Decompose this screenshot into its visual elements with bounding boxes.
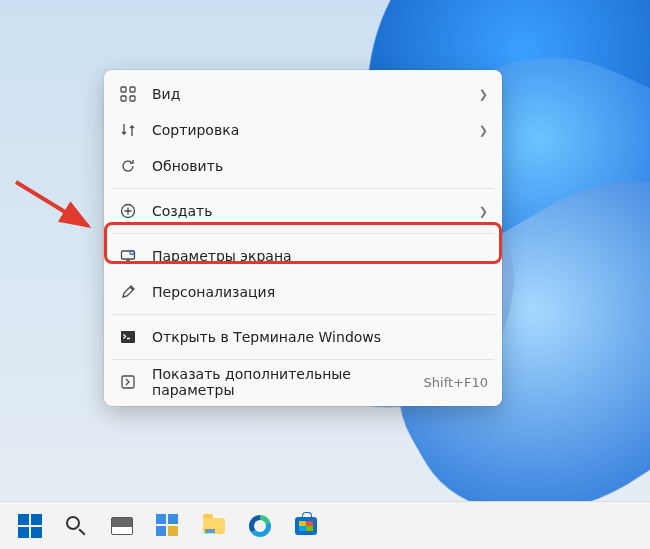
svg-rect-8 — [121, 331, 135, 343]
chevron-right-icon: ❯ — [471, 88, 488, 101]
store-icon — [295, 517, 317, 535]
file-explorer-icon — [203, 518, 225, 534]
menu-label: Открыть в Терминале Windows — [152, 329, 488, 345]
windows-logo-icon — [18, 514, 42, 538]
menu-separator — [112, 359, 494, 360]
menu-label: Создать — [152, 203, 471, 219]
file-explorer-button[interactable] — [194, 506, 234, 546]
start-button[interactable] — [10, 506, 50, 546]
microsoft-store-button[interactable] — [286, 506, 326, 546]
menu-label: Показать дополнительные параметры — [152, 366, 416, 398]
annotation-arrow — [10, 174, 98, 238]
menu-item-refresh[interactable]: Обновить — [104, 148, 502, 184]
svg-line-0 — [16, 182, 88, 226]
more-options-icon — [118, 372, 138, 392]
search-button[interactable] — [56, 506, 96, 546]
menu-item-new[interactable]: Создать ❯ — [104, 193, 502, 229]
task-view-icon — [111, 517, 133, 535]
chevron-right-icon: ❯ — [471, 124, 488, 137]
edge-icon — [249, 515, 271, 537]
menu-label: Персонализация — [152, 284, 488, 300]
menu-label: Сортировка — [152, 122, 471, 138]
svg-rect-2 — [130, 87, 135, 92]
taskbar — [0, 501, 650, 549]
svg-rect-9 — [122, 376, 134, 388]
menu-item-personalize[interactable]: Персонализация — [104, 274, 502, 310]
personalize-icon — [118, 282, 138, 302]
edge-button[interactable] — [240, 506, 280, 546]
refresh-icon — [118, 156, 138, 176]
chevron-right-icon: ❯ — [471, 205, 488, 218]
menu-item-display-settings[interactable]: Параметры экрана — [104, 238, 502, 274]
menu-separator — [112, 233, 494, 234]
menu-label: Обновить — [152, 158, 488, 174]
menu-item-open-terminal[interactable]: Открыть в Терминале Windows — [104, 319, 502, 355]
svg-point-7 — [130, 251, 134, 255]
view-icon — [118, 84, 138, 104]
menu-item-show-more-options[interactable]: Показать дополнительные параметры Shift+… — [104, 364, 502, 400]
svg-rect-3 — [121, 96, 126, 101]
sort-icon — [118, 120, 138, 140]
terminal-icon — [118, 327, 138, 347]
menu-label: Параметры экрана — [152, 248, 488, 264]
svg-rect-1 — [121, 87, 126, 92]
display-settings-icon — [118, 246, 138, 266]
new-icon — [118, 201, 138, 221]
menu-separator — [112, 188, 494, 189]
widgets-icon — [156, 514, 180, 538]
widgets-button[interactable] — [148, 506, 188, 546]
menu-item-view[interactable]: Вид ❯ — [104, 76, 502, 112]
menu-item-sort[interactable]: Сортировка ❯ — [104, 112, 502, 148]
task-view-button[interactable] — [102, 506, 142, 546]
menu-shortcut: Shift+F10 — [416, 375, 488, 390]
menu-label: Вид — [152, 86, 471, 102]
menu-separator — [112, 314, 494, 315]
desktop-context-menu: Вид ❯ Сортировка ❯ Обновить Создать ❯ Па… — [104, 70, 502, 406]
svg-rect-4 — [130, 96, 135, 101]
search-icon — [64, 514, 88, 538]
